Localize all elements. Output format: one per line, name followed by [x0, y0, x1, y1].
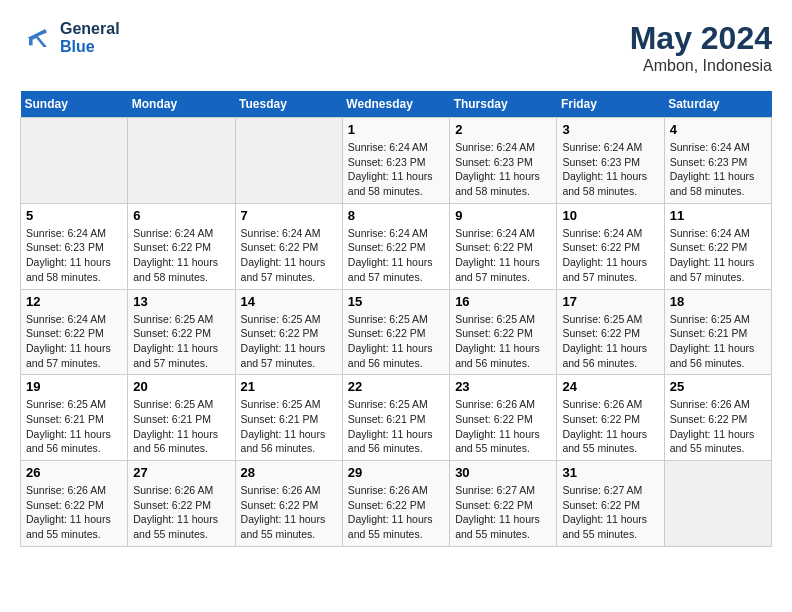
calendar-cell: 18Sunrise: 6:25 AM Sunset: 6:21 PM Dayli…: [664, 289, 771, 375]
calendar-cell: 5Sunrise: 6:24 AM Sunset: 6:23 PM Daylig…: [21, 203, 128, 289]
calendar-cell: 14Sunrise: 6:25 AM Sunset: 6:22 PM Dayli…: [235, 289, 342, 375]
day-number: 6: [133, 208, 229, 223]
calendar-cell: 23Sunrise: 6:26 AM Sunset: 6:22 PM Dayli…: [450, 375, 557, 461]
calendar-cell: 26Sunrise: 6:26 AM Sunset: 6:22 PM Dayli…: [21, 461, 128, 547]
day-info: Sunrise: 6:24 AM Sunset: 6:23 PM Dayligh…: [670, 140, 766, 199]
calendar-cell: 21Sunrise: 6:25 AM Sunset: 6:21 PM Dayli…: [235, 375, 342, 461]
page-title: May 2024: [630, 20, 772, 57]
logo-blue: Blue: [60, 38, 120, 56]
weekday-header-sunday: Sunday: [21, 91, 128, 118]
calendar-week-3: 12Sunrise: 6:24 AM Sunset: 6:22 PM Dayli…: [21, 289, 772, 375]
day-info: Sunrise: 6:26 AM Sunset: 6:22 PM Dayligh…: [26, 483, 122, 542]
weekday-header-friday: Friday: [557, 91, 664, 118]
weekday-header-wednesday: Wednesday: [342, 91, 449, 118]
logo-icon: [20, 20, 56, 56]
day-info: Sunrise: 6:25 AM Sunset: 6:22 PM Dayligh…: [241, 312, 337, 371]
calendar-cell: 1Sunrise: 6:24 AM Sunset: 6:23 PM Daylig…: [342, 118, 449, 204]
day-number: 13: [133, 294, 229, 309]
calendar-cell: 4Sunrise: 6:24 AM Sunset: 6:23 PM Daylig…: [664, 118, 771, 204]
day-number: 26: [26, 465, 122, 480]
calendar-cell: 11Sunrise: 6:24 AM Sunset: 6:22 PM Dayli…: [664, 203, 771, 289]
page-subtitle: Ambon, Indonesia: [630, 57, 772, 75]
calendar-cell: 10Sunrise: 6:24 AM Sunset: 6:22 PM Dayli…: [557, 203, 664, 289]
day-info: Sunrise: 6:25 AM Sunset: 6:22 PM Dayligh…: [133, 312, 229, 371]
day-number: 28: [241, 465, 337, 480]
day-info: Sunrise: 6:26 AM Sunset: 6:22 PM Dayligh…: [562, 397, 658, 456]
logo: General Blue: [20, 20, 120, 56]
day-number: 4: [670, 122, 766, 137]
calendar-cell: [664, 461, 771, 547]
calendar-cell: [235, 118, 342, 204]
day-info: Sunrise: 6:24 AM Sunset: 6:22 PM Dayligh…: [562, 226, 658, 285]
day-number: 1: [348, 122, 444, 137]
day-info: Sunrise: 6:26 AM Sunset: 6:22 PM Dayligh…: [348, 483, 444, 542]
weekday-header-saturday: Saturday: [664, 91, 771, 118]
day-number: 23: [455, 379, 551, 394]
calendar-cell: [21, 118, 128, 204]
calendar-cell: 3Sunrise: 6:24 AM Sunset: 6:23 PM Daylig…: [557, 118, 664, 204]
day-info: Sunrise: 6:25 AM Sunset: 6:21 PM Dayligh…: [241, 397, 337, 456]
calendar-cell: 9Sunrise: 6:24 AM Sunset: 6:22 PM Daylig…: [450, 203, 557, 289]
day-info: Sunrise: 6:25 AM Sunset: 6:22 PM Dayligh…: [562, 312, 658, 371]
calendar-cell: 25Sunrise: 6:26 AM Sunset: 6:22 PM Dayli…: [664, 375, 771, 461]
calendar-cell: 2Sunrise: 6:24 AM Sunset: 6:23 PM Daylig…: [450, 118, 557, 204]
page-header: General Blue May 2024 Ambon, Indonesia: [20, 20, 772, 75]
calendar-week-5: 26Sunrise: 6:26 AM Sunset: 6:22 PM Dayli…: [21, 461, 772, 547]
day-number: 12: [26, 294, 122, 309]
day-info: Sunrise: 6:24 AM Sunset: 6:23 PM Dayligh…: [562, 140, 658, 199]
day-number: 16: [455, 294, 551, 309]
calendar-cell: 31Sunrise: 6:27 AM Sunset: 6:22 PM Dayli…: [557, 461, 664, 547]
day-info: Sunrise: 6:24 AM Sunset: 6:22 PM Dayligh…: [348, 226, 444, 285]
day-info: Sunrise: 6:24 AM Sunset: 6:22 PM Dayligh…: [455, 226, 551, 285]
day-info: Sunrise: 6:25 AM Sunset: 6:21 PM Dayligh…: [133, 397, 229, 456]
weekday-header-thursday: Thursday: [450, 91, 557, 118]
calendar-cell: 19Sunrise: 6:25 AM Sunset: 6:21 PM Dayli…: [21, 375, 128, 461]
day-info: Sunrise: 6:24 AM Sunset: 6:22 PM Dayligh…: [133, 226, 229, 285]
calendar-cell: 8Sunrise: 6:24 AM Sunset: 6:22 PM Daylig…: [342, 203, 449, 289]
day-info: Sunrise: 6:26 AM Sunset: 6:22 PM Dayligh…: [670, 397, 766, 456]
logo-text: General Blue: [60, 20, 120, 55]
calendar-week-1: 1Sunrise: 6:24 AM Sunset: 6:23 PM Daylig…: [21, 118, 772, 204]
weekday-row: SundayMondayTuesdayWednesdayThursdayFrid…: [21, 91, 772, 118]
day-info: Sunrise: 6:24 AM Sunset: 6:22 PM Dayligh…: [241, 226, 337, 285]
calendar-week-4: 19Sunrise: 6:25 AM Sunset: 6:21 PM Dayli…: [21, 375, 772, 461]
day-info: Sunrise: 6:24 AM Sunset: 6:22 PM Dayligh…: [670, 226, 766, 285]
day-info: Sunrise: 6:25 AM Sunset: 6:21 PM Dayligh…: [670, 312, 766, 371]
day-info: Sunrise: 6:24 AM Sunset: 6:22 PM Dayligh…: [26, 312, 122, 371]
day-info: Sunrise: 6:24 AM Sunset: 6:23 PM Dayligh…: [26, 226, 122, 285]
day-info: Sunrise: 6:24 AM Sunset: 6:23 PM Dayligh…: [348, 140, 444, 199]
calendar-cell: 7Sunrise: 6:24 AM Sunset: 6:22 PM Daylig…: [235, 203, 342, 289]
calendar-cell: 13Sunrise: 6:25 AM Sunset: 6:22 PM Dayli…: [128, 289, 235, 375]
calendar-cell: 12Sunrise: 6:24 AM Sunset: 6:22 PM Dayli…: [21, 289, 128, 375]
day-number: 15: [348, 294, 444, 309]
day-number: 21: [241, 379, 337, 394]
calendar-cell: 17Sunrise: 6:25 AM Sunset: 6:22 PM Dayli…: [557, 289, 664, 375]
calendar-cell: 15Sunrise: 6:25 AM Sunset: 6:22 PM Dayli…: [342, 289, 449, 375]
title-block: May 2024 Ambon, Indonesia: [630, 20, 772, 75]
day-number: 5: [26, 208, 122, 223]
weekday-header-monday: Monday: [128, 91, 235, 118]
day-info: Sunrise: 6:25 AM Sunset: 6:21 PM Dayligh…: [348, 397, 444, 456]
day-number: 9: [455, 208, 551, 223]
day-info: Sunrise: 6:26 AM Sunset: 6:22 PM Dayligh…: [455, 397, 551, 456]
logo-general: General: [60, 20, 120, 38]
calendar-cell: 28Sunrise: 6:26 AM Sunset: 6:22 PM Dayli…: [235, 461, 342, 547]
day-info: Sunrise: 6:27 AM Sunset: 6:22 PM Dayligh…: [455, 483, 551, 542]
day-info: Sunrise: 6:26 AM Sunset: 6:22 PM Dayligh…: [133, 483, 229, 542]
day-number: 8: [348, 208, 444, 223]
day-number: 29: [348, 465, 444, 480]
day-number: 22: [348, 379, 444, 394]
day-info: Sunrise: 6:24 AM Sunset: 6:23 PM Dayligh…: [455, 140, 551, 199]
day-number: 3: [562, 122, 658, 137]
day-info: Sunrise: 6:26 AM Sunset: 6:22 PM Dayligh…: [241, 483, 337, 542]
calendar-cell: 16Sunrise: 6:25 AM Sunset: 6:22 PM Dayli…: [450, 289, 557, 375]
day-number: 20: [133, 379, 229, 394]
weekday-header-tuesday: Tuesday: [235, 91, 342, 118]
calendar-cell: 24Sunrise: 6:26 AM Sunset: 6:22 PM Dayli…: [557, 375, 664, 461]
day-number: 2: [455, 122, 551, 137]
calendar-cell: 27Sunrise: 6:26 AM Sunset: 6:22 PM Dayli…: [128, 461, 235, 547]
calendar-cell: 22Sunrise: 6:25 AM Sunset: 6:21 PM Dayli…: [342, 375, 449, 461]
day-number: 18: [670, 294, 766, 309]
day-info: Sunrise: 6:25 AM Sunset: 6:21 PM Dayligh…: [26, 397, 122, 456]
day-number: 30: [455, 465, 551, 480]
